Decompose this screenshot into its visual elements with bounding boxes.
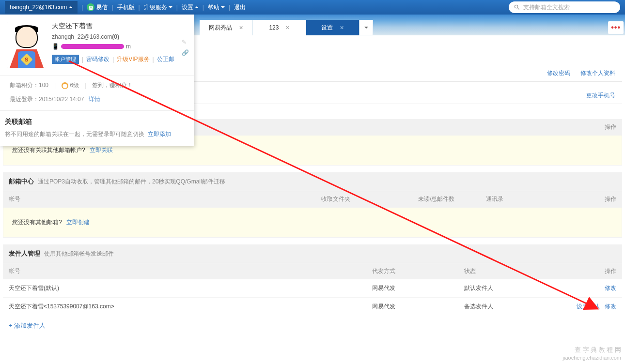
assoc-now-link[interactable]: 立即关联 <box>90 147 113 153</box>
sender-table-header: 帐号 代发方式 状态 操作 <box>3 263 622 279</box>
account-dropdown-panel: 天空还下着雪 zhangqh_22@163.com(0) 📱 m 帐户管理 | … <box>0 15 194 146</box>
account-email: hangqh_22@163.com <box>10 4 67 11</box>
change-phone-link[interactable]: 更改手机号 <box>586 92 615 99</box>
search-input[interactable]: 支持邮箱全文搜索 <box>509 1 620 13</box>
chevron-down-icon <box>169 6 172 8</box>
table-row: 天空还下着雪(默认)网易代发默认发件人修改 <box>3 279 622 297</box>
sender-mgmt-header: 发件人管理 使用其他邮箱帐号发送邮件 <box>3 244 622 263</box>
tab-123[interactable]: 123 × <box>253 20 306 35</box>
help-link[interactable]: 帮助 <box>208 3 225 12</box>
create-now-link[interactable]: 立即创建 <box>66 219 90 226</box>
account-manage-button[interactable]: 帐户管理 <box>52 55 79 64</box>
settings-link[interactable]: 设置 <box>182 3 199 12</box>
sender-table-body: 天空还下着雪(默认)网易代发默认发件人修改天空还下着雪<15375399007@… <box>3 279 622 316</box>
assoc-add-link[interactable]: 立即添加 <box>148 131 171 137</box>
table-row: 天空还下着雪<15375399007@163.com>网易代发备选发件人设为默认… <box>3 297 622 316</box>
search-icon <box>514 4 520 11</box>
redacted-phone <box>61 44 124 49</box>
row-action-link[interactable]: 修改 <box>605 285 616 291</box>
coin-icon: ⬤ <box>62 82 68 89</box>
assoc-title: 关联邮箱 <box>5 118 194 126</box>
overflow-menu-button[interactable]: ••• <box>608 21 624 34</box>
chevron-down-icon <box>221 6 225 8</box>
user-email: zhangqh_22@163.com(0) <box>52 33 187 40</box>
upgrade-vip-link[interactable]: 升级VIP服务 <box>117 55 149 63</box>
tab-settings[interactable]: 设置 × <box>306 20 359 35</box>
avatar[interactable] <box>7 22 46 68</box>
row-action-link[interactable]: 设为默认 <box>577 303 600 310</box>
tab-more-button[interactable] <box>359 20 373 35</box>
chevron-up-icon <box>195 6 199 8</box>
link-icon[interactable]: 🔗 <box>182 49 189 56</box>
close-icon[interactable]: × <box>285 24 289 31</box>
chevron-up-icon <box>69 6 73 8</box>
user-phone: 📱 m <box>52 43 187 50</box>
top-bar: hangqh_22@163.com | ൠ 易信 | 手机版 | 升级服务 | … <box>0 0 625 15</box>
chevron-down-icon <box>364 27 368 29</box>
tab-netease-show[interactable]: 网易秀品 × <box>200 20 253 35</box>
yixin-link[interactable]: ൠ 易信 <box>87 3 108 12</box>
yixin-icon: ൠ <box>87 3 94 11</box>
logout-link[interactable]: 退出 <box>234 3 246 12</box>
edit-icon[interactable]: ✎ <box>182 39 189 46</box>
phone-icon: 📱 <box>52 43 59 50</box>
center-empty-notice: 您还没有其他邮箱? 立即创建 <box>3 207 622 238</box>
watermark: 查 字 典 教 程 网 jiaocheng.chazidian.com <box>563 346 621 361</box>
signin-link[interactable]: 签到，赚积分！ <box>92 81 133 90</box>
upgrade-link[interactable]: 升级服务 <box>144 3 172 12</box>
add-sender-link[interactable]: + 添加发件人 <box>3 316 622 336</box>
close-icon[interactable]: × <box>239 24 243 31</box>
account-dropdown-trigger[interactable]: hangqh_22@163.com <box>5 1 78 14</box>
close-icon[interactable]: × <box>340 24 344 31</box>
mobile-link[interactable]: 手机版 <box>117 3 135 12</box>
edit-profile-link[interactable]: 修改个人资料 <box>580 70 615 76</box>
mailbox-center-header: 邮箱中心 通过POP3自动收取，管理其他邮箱的邮件，20秒实现QQ/Gmail邮… <box>3 172 622 191</box>
change-password-link[interactable]: 密码修改 <box>86 55 109 63</box>
notary-mail-link[interactable]: 公正邮 <box>157 55 174 63</box>
change-password-link[interactable]: 修改密码 <box>547 70 570 76</box>
tab-bar: 网易秀品 × 123 × 设置 × <box>200 20 373 35</box>
center-table-header: 帐号 收取文件夹 未读/总邮件数 通讯录 操作 <box>3 191 622 207</box>
row-action-link[interactable]: 修改 <box>605 303 616 310</box>
search-placeholder: 支持邮箱全文搜索 <box>523 3 570 12</box>
user-nickname: 天空还下着雪 <box>52 22 187 30</box>
login-detail-link[interactable]: 详情 <box>89 96 100 103</box>
